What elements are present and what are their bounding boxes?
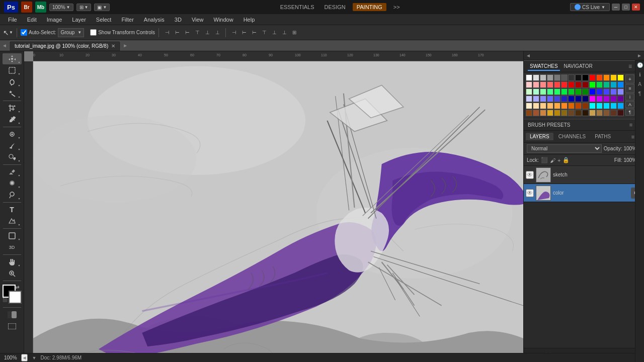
cs-live-btn[interactable]: CS Live ▼ — [570, 3, 610, 11]
swatch[interactable] — [540, 96, 546, 102]
swatch[interactable] — [582, 103, 589, 109]
path-selection-tool[interactable]: ▼ — [3, 216, 22, 227]
swatch[interactable] — [554, 96, 560, 102]
swatch[interactable] — [603, 81, 610, 88]
swatches-add-btn[interactable]: + — [625, 74, 634, 83]
swatch[interactable] — [568, 103, 575, 109]
type-tool[interactable]: T — [3, 204, 22, 215]
swatch[interactable] — [561, 103, 568, 109]
lock-all-btn[interactable]: 🔒 — [562, 157, 570, 163]
lock-image-btn[interactable]: 🖌 — [550, 157, 555, 163]
quick-mask-btn[interactable] — [3, 309, 22, 320]
dist-bottom-btn[interactable]: ⊥ — [280, 28, 289, 37]
design-btn[interactable]: DESIGN — [321, 3, 349, 11]
swatch[interactable] — [610, 88, 617, 95]
swatches-tab[interactable]: SWATCHES — [528, 62, 560, 71]
channels-tab[interactable]: CHANNELS — [554, 133, 590, 140]
swatch[interactable] — [526, 81, 532, 88]
healing-tool[interactable]: ▼ — [3, 129, 22, 140]
move-tool[interactable]: ▼ — [3, 53, 22, 64]
swatch[interactable] — [596, 103, 603, 109]
swatch[interactable] — [575, 88, 582, 95]
layer-sketch-visibility[interactable]: 👁 — [526, 171, 534, 179]
transform-controls-input[interactable] — [90, 29, 97, 36]
dist-right-btn[interactable]: ⊢ — [250, 28, 259, 37]
screen-mode-btn[interactable] — [3, 321, 22, 332]
align-center-h-btn[interactable]: ⊢ — [173, 28, 182, 37]
menu-view[interactable]: View — [188, 16, 208, 24]
swatch[interactable] — [603, 74, 610, 81]
dist-center-v-btn[interactable]: ⊥ — [270, 28, 279, 37]
screen-nav[interactable]: ▣ ▼ — [94, 4, 110, 11]
swatch[interactable] — [582, 81, 589, 88]
menu-layer[interactable]: Layer — [68, 16, 90, 24]
menu-edit[interactable]: Edit — [23, 16, 41, 24]
minimize-btn[interactable]: ─ — [612, 4, 620, 11]
swatch[interactable] — [589, 110, 596, 116]
swatch[interactable] — [589, 96, 596, 102]
swatches-para-btn[interactable]: ¶ — [625, 109, 634, 116]
swatch[interactable] — [596, 74, 603, 81]
layers-tab[interactable]: LAYERS — [526, 133, 553, 140]
menu-image[interactable]: Image — [43, 16, 66, 24]
info-icon[interactable]: ℹ — [636, 72, 644, 77]
eyedropper-tool[interactable]: ▼ — [3, 114, 22, 125]
swatch[interactable] — [617, 96, 624, 102]
swatch[interactable] — [603, 103, 610, 109]
close-btn[interactable]: ✕ — [632, 4, 640, 11]
swatch[interactable] — [596, 110, 603, 116]
menu-help[interactable]: Help — [239, 16, 259, 24]
swatch[interactable] — [582, 74, 589, 81]
swatch[interactable] — [533, 96, 539, 102]
dist-top-btn[interactable]: ⊤ — [260, 28, 269, 37]
swatch[interactable] — [596, 96, 603, 102]
swatch[interactable] — [526, 74, 532, 81]
swatch[interactable] — [617, 81, 624, 88]
menu-analysis[interactable]: Analysis — [140, 16, 169, 24]
right-panel-collapse-right[interactable]: ► — [637, 53, 642, 58]
3d-tool[interactable]: 3D — [3, 242, 22, 253]
hand-tool[interactable]: ▼ — [3, 256, 22, 267]
swatch[interactable] — [533, 103, 539, 109]
swatch[interactable] — [589, 81, 596, 88]
clone-stamp-tool[interactable]: ▼ — [3, 152, 22, 163]
para-icon[interactable]: ¶ — [636, 91, 644, 97]
swatch[interactable] — [568, 81, 575, 88]
brush-presets-expand[interactable]: ≡ — [629, 122, 632, 128]
swatch[interactable] — [533, 88, 539, 95]
br-icon[interactable]: Br — [21, 2, 32, 13]
swap-colors-btn[interactable]: ⇄ — [16, 285, 22, 291]
swatch[interactable] — [561, 110, 568, 116]
swatch[interactable] — [533, 74, 539, 81]
swatch[interactable] — [568, 96, 575, 102]
history-icon[interactable]: 🕐 — [636, 62, 644, 68]
swatch[interactable] — [610, 103, 617, 109]
tab-scroll-right[interactable]: ► — [121, 40, 130, 51]
lock-position-btn[interactable]: + — [557, 157, 560, 163]
layer-item-color[interactable]: 👁 color ku — [524, 184, 644, 202]
doc-tab-close[interactable]: ✕ — [111, 43, 115, 49]
swatch[interactable] — [554, 88, 560, 95]
swatch[interactable] — [561, 74, 568, 81]
swatch[interactable] — [540, 74, 546, 81]
swatch[interactable] — [568, 110, 575, 116]
swatch[interactable] — [540, 81, 546, 88]
swatch[interactable] — [582, 88, 589, 95]
swatch[interactable] — [589, 88, 596, 95]
view-nav[interactable]: ⊞ ▼ — [76, 4, 92, 11]
menu-filter[interactable]: Filter — [117, 16, 137, 24]
swatch[interactable] — [561, 88, 568, 95]
swatch[interactable] — [540, 88, 546, 95]
selection-tool[interactable]: ▼ — [3, 65, 22, 76]
magic-wand-tool[interactable]: ▼ — [3, 88, 22, 99]
crop-tool[interactable]: ▼ — [3, 103, 22, 114]
swatch[interactable] — [589, 103, 596, 109]
swatch[interactable] — [568, 88, 575, 95]
maximize-btn[interactable]: □ — [622, 4, 630, 11]
status-zoom[interactable]: 100% — [4, 355, 17, 360]
align-top-btn[interactable]: ⊤ — [193, 28, 202, 37]
swatch[interactable] — [603, 110, 610, 116]
navigator-tab[interactable]: NAVIGATOR — [562, 62, 595, 71]
swatch[interactable] — [540, 103, 546, 109]
status-prev-btn[interactable]: ◄ — [21, 354, 28, 361]
